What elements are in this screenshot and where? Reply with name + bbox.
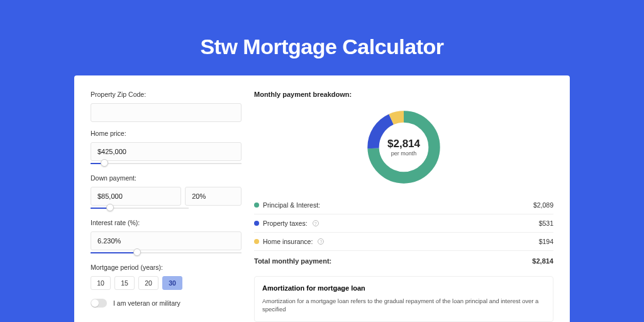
home-price-label: Home price: — [91, 130, 242, 137]
down-payment-field: Down payment: — [91, 174, 242, 211]
down-payment-label: Down payment: — [91, 174, 242, 182]
period-option-10[interactable]: 10 — [91, 276, 111, 290]
period-option-30[interactable]: 30 — [162, 276, 182, 290]
veteran-row: I am veteran or military — [91, 299, 242, 308]
period-option-15[interactable]: 15 — [114, 276, 135, 290]
slider-track — [91, 163, 242, 164]
zip-field: Property Zip Code: — [91, 91, 242, 122]
home-price-slider[interactable] — [91, 160, 242, 167]
slider-fill — [91, 252, 137, 253]
amortization-text: Amortization for a mortgage loan refers … — [262, 297, 545, 314]
legend-left: Principal & Interest: — [254, 201, 320, 209]
legend-value: $2,089 — [533, 201, 553, 209]
zip-input[interactable] — [91, 103, 242, 122]
legend-value: $531 — [539, 219, 553, 227]
donut-amount: $2,814 — [387, 138, 420, 150]
form-column: Property Zip Code: Home price: Down paym… — [91, 91, 242, 322]
mortgage-period-label: Mortgage period (years): — [91, 264, 242, 271]
zip-label: Property Zip Code: — [91, 91, 242, 98]
period-option-20[interactable]: 20 — [138, 276, 158, 290]
page-title: Stw Mortgage Calculator — [200, 35, 443, 59]
down-payment-amount-input[interactable] — [91, 187, 181, 206]
legend-row: Principal & Interest:$2,089 — [254, 196, 553, 214]
interest-rate-input[interactable] — [91, 231, 242, 250]
mortgage-period-field: Mortgage period (years): 10152030 — [91, 264, 242, 290]
down-payment-slider[interactable] — [91, 205, 189, 211]
legend-label: Principal & Interest: — [263, 201, 320, 209]
interest-rate-label: Interest rate (%): — [91, 219, 242, 226]
legend-dot — [254, 239, 259, 244]
info-icon[interactable]: ? — [318, 238, 324, 245]
legend-dot — [254, 221, 259, 226]
veteran-label: I am veteran or military — [113, 299, 180, 307]
interest-rate-slider[interactable] — [91, 250, 242, 256]
home-price-input[interactable] — [91, 142, 242, 161]
legend-row: Home insurance:?$194 — [254, 233, 553, 250]
legend-left: Property taxes:? — [254, 219, 319, 227]
slider-thumb[interactable] — [101, 159, 108, 167]
home-price-field: Home price: — [91, 130, 242, 167]
period-options: 10152030 — [91, 276, 242, 290]
total-row: Total monthly payment: $2,814 — [254, 251, 553, 271]
donut-chart: $2,814 per month — [364, 107, 444, 187]
legend: Principal & Interest:$2,089Property taxe… — [254, 196, 553, 250]
interest-rate-field: Interest rate (%): — [91, 219, 242, 256]
breakdown-title: Monthly payment breakdown: — [254, 91, 553, 98]
donut-chart-wrap: $2,814 per month — [254, 107, 553, 187]
slider-thumb[interactable] — [133, 248, 141, 256]
amortization-box: Amortization for mortgage loan Amortizat… — [254, 276, 553, 322]
total-label: Total monthly payment: — [254, 257, 331, 265]
donut-center: $2,814 per month — [364, 107, 444, 187]
legend-label: Home insurance: — [263, 238, 313, 245]
calculator-card: Property Zip Code: Home price: Down paym… — [74, 75, 570, 322]
veteran-toggle[interactable] — [91, 299, 107, 308]
toggle-knob — [91, 299, 99, 307]
legend-row: Property taxes:?$531 — [254, 214, 553, 232]
legend-value: $194 — [539, 238, 553, 245]
legend-label: Property taxes: — [263, 219, 308, 227]
legend-left: Home insurance:? — [254, 238, 324, 245]
slider-thumb[interactable] — [106, 204, 114, 211]
legend-dot — [254, 203, 259, 208]
donut-sub: per month — [391, 150, 417, 157]
total-value: $2,814 — [532, 257, 553, 265]
breakdown-column: Monthly payment breakdown: $2,814 per mo… — [254, 91, 553, 322]
down-payment-percent-input[interactable] — [185, 187, 242, 206]
info-icon[interactable]: ? — [313, 220, 319, 226]
amortization-title: Amortization for mortgage loan — [262, 284, 545, 292]
